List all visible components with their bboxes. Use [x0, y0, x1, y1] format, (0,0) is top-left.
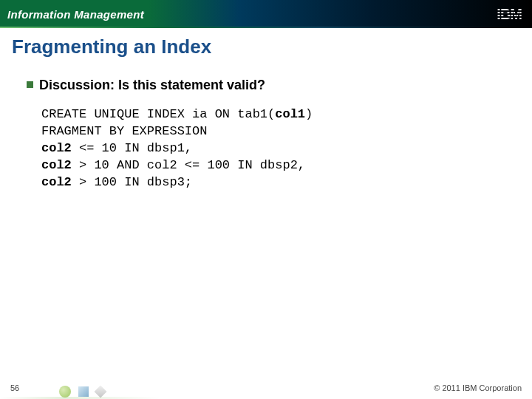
code-text: > 10 AND col2 <= 100 IN dbsp2,	[72, 158, 305, 172]
code-line-4: col2 > 10 AND col2 <= 100 IN dbsp2,	[41, 157, 505, 174]
code-line-2: FRAGMENT BY EXPRESSION	[41, 123, 505, 140]
footer-decoration	[59, 386, 105, 398]
slide-title: Fragmenting an Index	[0, 28, 532, 58]
code-text: > 100 IN dbsp3;	[72, 175, 192, 189]
code-line-3: col2 <= 10 IN dbsp1,	[41, 140, 505, 157]
code-text: <= 10 IN dbsp1,	[72, 141, 192, 155]
code-bold: col2	[41, 175, 72, 189]
header-product-line: Information Management	[7, 8, 144, 21]
code-bold: col2	[41, 141, 72, 155]
code-block: CREATE UNIQUE INDEX ia ON tab1(col1) FRA…	[27, 106, 505, 191]
code-text: )	[305, 107, 313, 121]
bullet-icon	[27, 81, 33, 88]
code-bold: col1	[275, 107, 305, 121]
ibm-logo: IBM	[497, 6, 522, 23]
code-text: CREATE UNIQUE INDEX ia ON tab1(	[41, 107, 275, 121]
copyright: © 2011 IBM Corporation	[434, 383, 522, 392]
header-bar: Information Management IBM	[0, 0, 532, 28]
bullet-text: Discussion: Is this statement valid?	[39, 78, 265, 93]
code-line-5: col2 > 100 IN dbsp3;	[41, 174, 505, 191]
deco-circle-icon	[59, 386, 71, 398]
bullet-row: Discussion: Is this statement valid?	[27, 78, 505, 93]
code-line-1: CREATE UNIQUE INDEX ia ON tab1(col1)	[41, 106, 505, 123]
page-number: 56	[10, 383, 19, 392]
deco-diamond-icon	[95, 386, 107, 398]
code-bold: col2	[41, 158, 72, 172]
deco-square-icon	[78, 386, 89, 397]
slide-content: Discussion: Is this statement valid? CRE…	[0, 58, 532, 191]
